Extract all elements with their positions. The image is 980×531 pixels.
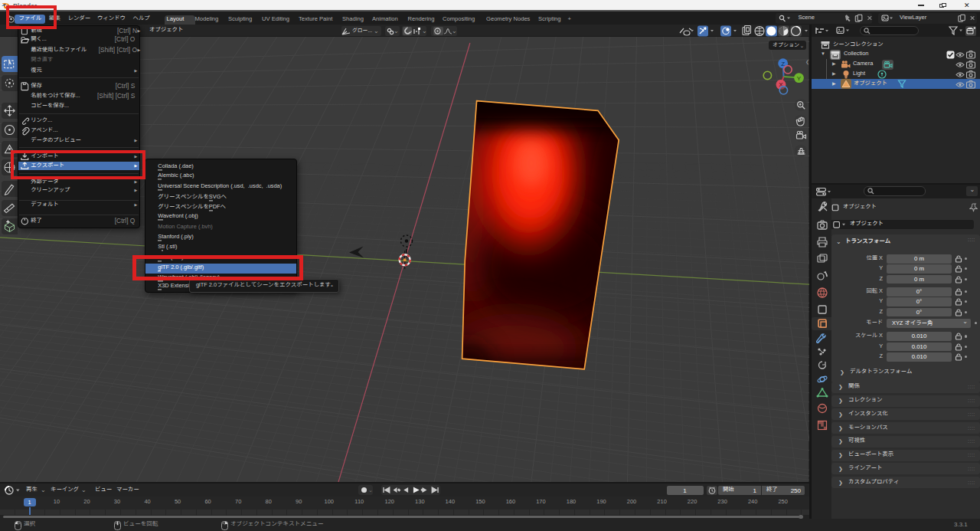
svg-text:Y: Y — [797, 75, 802, 82]
svg-text:Z: Z — [781, 61, 785, 67]
